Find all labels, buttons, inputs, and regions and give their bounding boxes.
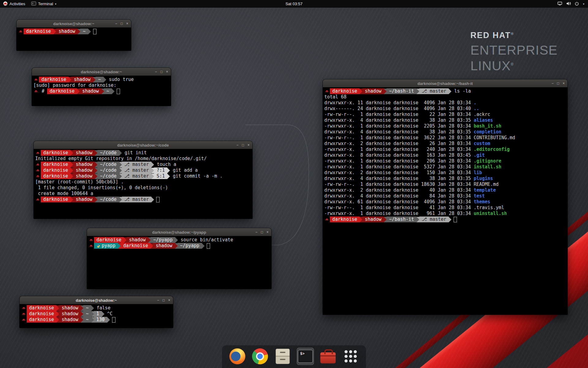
window-controls: −□× xyxy=(157,296,170,304)
terminal-text: drwxrwxr-x. 4 darknoise darknoise 84 Jan… xyxy=(324,193,474,199)
powerline-separator-icon xyxy=(70,174,73,179)
terminal-text: -rwxrwxr-x. 1 darknoise darknoise 2205 J… xyxy=(324,123,474,129)
chevron-down-icon: ▾ xyxy=(583,2,584,6)
dock-item-chrome[interactable] xyxy=(251,348,269,365)
window-titlebar[interactable]: darknoise@shadow:~−□× xyxy=(32,68,171,76)
redhat-prompt-icon xyxy=(34,89,38,93)
redhat-prompt-icon xyxy=(36,163,40,167)
minimize-button[interactable]: − xyxy=(155,70,157,74)
close-button[interactable]: × xyxy=(168,298,170,302)
prompt-segment: ~/pyapp xyxy=(151,237,175,243)
dock-item-terminal[interactable]: $> xyxy=(297,348,314,365)
text-cursor xyxy=(112,317,115,323)
minimize-button[interactable]: − xyxy=(157,298,159,302)
segment-label: ⎇ master xyxy=(124,197,149,202)
powerline-separator-icon xyxy=(360,89,362,94)
grid-dot xyxy=(354,359,357,362)
brand-linux: LINUX® xyxy=(470,57,558,73)
redhat-prompt-icon xyxy=(36,197,40,201)
powerline-separator-icon xyxy=(417,89,419,94)
terminal-text: .travis.yml xyxy=(474,205,504,211)
terminal-content[interactable]: darknoiseshadow~/code git initInitialize… xyxy=(34,149,252,219)
redhat-prompt-icon xyxy=(325,89,329,93)
redhat-prompt-icon xyxy=(22,306,26,310)
close-button[interactable]: × xyxy=(126,22,128,25)
close-button[interactable]: × xyxy=(247,143,250,147)
terminal-content[interactable]: darknoiseshadow~ falsedarknoiseshadow~1 … xyxy=(20,304,173,328)
prompt-segment: ~/bash-it xyxy=(386,217,416,222)
redhat-prompt-icon xyxy=(36,168,40,172)
maximize-button[interactable]: □ xyxy=(160,70,163,74)
segment-label: shadow xyxy=(82,88,99,94)
close-button[interactable]: × xyxy=(563,82,565,85)
maximize-button[interactable]: □ xyxy=(557,82,559,85)
segment-label: darknoise xyxy=(41,77,66,82)
terminal-text: ^C xyxy=(104,311,113,317)
prompt-segment: ⎇ master xyxy=(122,197,152,202)
terminal-content[interactable]: darknoiseshadow~ sudo true[sudo] passwor… xyxy=(32,76,171,106)
powerline-separator-icon xyxy=(119,168,122,173)
terminal-line: darknoiseshadow~ false xyxy=(21,305,172,311)
terminal-text: [sudo] password for darknoise: xyxy=(33,82,116,88)
window-title: darknoise@shadow:~ xyxy=(20,298,173,303)
terminal-content[interactable]: darknoiseshadow~/pyapp source bin/activa… xyxy=(87,236,271,289)
segment-label: darknoise xyxy=(43,197,68,202)
window-titlebar[interactable]: darknoise@shadow:~−□× xyxy=(17,20,131,28)
terminal-text: .gitignore xyxy=(474,158,501,164)
maximize-button[interactable]: □ xyxy=(121,22,123,25)
segment-label: pyapp xyxy=(102,243,115,249)
prompt-segment: ~/code xyxy=(97,162,119,167)
powerline-separator-icon xyxy=(56,305,59,311)
terminal-content[interactable]: darknoiseshadow~ xyxy=(17,28,131,51)
terminal-content[interactable]: darknoiseshadow~/bash-it⎇ master ls -lat… xyxy=(323,87,567,315)
segment-label: ⎇ master xyxy=(422,217,447,222)
segment-label: ~/bash-it xyxy=(389,217,414,222)
window-titlebar[interactable]: darknoise@shadow:~−□× xyxy=(20,296,173,304)
terminal-line: darknoiseshadow~/code⎇ masterS:1 git com… xyxy=(35,173,251,179)
terminal-text: custom xyxy=(474,141,490,147)
clock[interactable]: Sat 03:57 xyxy=(285,2,303,6)
maximize-button[interactable]: □ xyxy=(242,143,244,147)
redhat-prompt-icon xyxy=(325,217,329,221)
window-titlebar[interactable]: darknoise@shadow:~/bash-it−□× xyxy=(323,79,567,87)
dock-item-files[interactable] xyxy=(274,348,291,365)
powerline-separator-icon xyxy=(175,237,178,243)
prompt-segment: shadow xyxy=(80,88,101,94)
redhat-prompt-icon xyxy=(19,29,23,33)
window-titlebar[interactable]: darknoise@shadow:~/code−□× xyxy=(34,141,252,149)
maximize-button[interactable]: □ xyxy=(163,298,165,302)
segment-label: ~/pyapp xyxy=(180,243,199,249)
powerline-separator-icon xyxy=(91,317,94,323)
segment-label: darknoise xyxy=(43,162,68,167)
activities-button[interactable]: Activities xyxy=(0,0,28,8)
app-menu-terminal[interactable]: Terminal ▾ xyxy=(28,0,59,8)
close-button[interactable]: × xyxy=(266,230,269,234)
dock-item-firefox[interactable] xyxy=(229,348,246,365)
terminal-text: Initialized empty Git repository in /hom… xyxy=(35,156,207,162)
prompt-segment: ~ xyxy=(83,311,91,317)
text-cursor xyxy=(454,217,457,222)
terminal-text: total 68 xyxy=(324,94,346,100)
activities-label: Activities xyxy=(9,2,25,6)
system-status-area[interactable]: ▾ xyxy=(557,0,588,8)
dock-item-app-grid[interactable] xyxy=(342,348,359,365)
prompt-segment: ~ xyxy=(80,29,88,34)
text-cursor xyxy=(93,29,96,34)
terminal-text: -rw-rw-r--. 1 darknoise darknoise 18630 … xyxy=(324,182,474,187)
maximize-button[interactable]: □ xyxy=(261,230,263,234)
terminal-text: drwxrwxr-x. 11 darknoise darknoise 4096 … xyxy=(324,100,474,106)
terminal-text: git add a xyxy=(170,167,198,173)
minimize-button[interactable]: − xyxy=(255,230,258,234)
segment-label: ⎇ master xyxy=(124,167,149,173)
terminal-text: template xyxy=(474,187,496,193)
terminal-line: darknoiseshadow~/code git init xyxy=(35,150,251,156)
dock-item-toolbox[interactable] xyxy=(319,348,337,365)
segment-label: shadow xyxy=(76,167,92,173)
minimize-button[interactable]: − xyxy=(115,22,117,25)
window-titlebar[interactable]: darknoise@shadow:~/pyapp−□× xyxy=(87,228,271,236)
minimize-button[interactable]: − xyxy=(552,82,554,85)
prompt-segment: shadow xyxy=(71,77,93,82)
prompt-segment: shadow xyxy=(59,317,81,323)
close-button[interactable]: × xyxy=(166,70,168,74)
minimize-button[interactable]: − xyxy=(236,143,239,147)
